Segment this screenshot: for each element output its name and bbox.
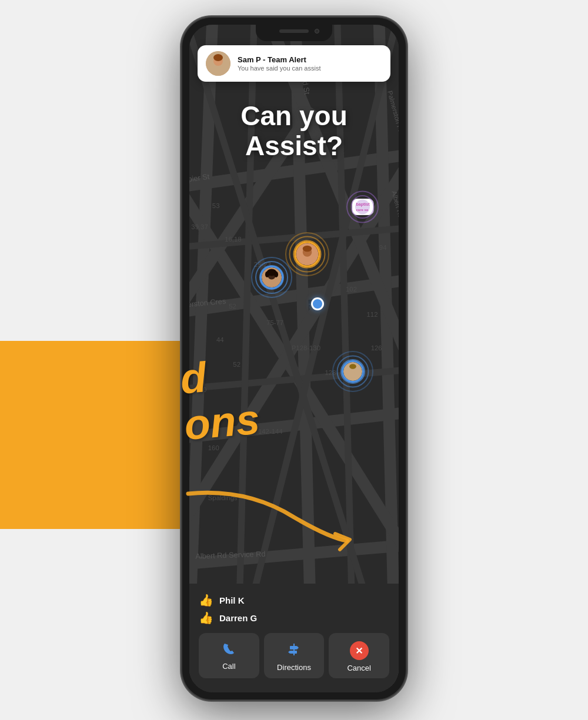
svg-text:44: 44: [216, 336, 224, 343]
notification-subtitle: You have said you can assist: [238, 65, 382, 72]
notification-text: Sam P - Team Alert You have said you can…: [238, 55, 382, 72]
responder-item: 👍 Phil K: [199, 593, 389, 607]
svg-point-62: [213, 54, 223, 61]
thumbs-up-icon-1: 👍: [199, 593, 213, 607]
assist-title: Can you Assist?: [189, 101, 399, 160]
cancel-button[interactable]: ✕ Cancel: [329, 633, 389, 678]
assist-heading: Can you Assist?: [189, 101, 399, 160]
svg-text:53: 53: [212, 202, 220, 209]
cancel-label: Cancel: [347, 664, 370, 672]
responders-list: 👍 Phil K 👍 Darren G: [199, 593, 389, 625]
svg-marker-67: [288, 651, 290, 654]
directions-label: Directions: [277, 663, 311, 672]
svg-text:52: 52: [229, 303, 236, 310]
responder-name-2: Darren G: [219, 613, 257, 623]
svg-point-59: [349, 364, 356, 369]
call-label: Call: [222, 662, 235, 671]
notch-camera: [315, 29, 319, 34]
thumbs-up-icon-2: 👍: [199, 611, 213, 625]
notification-avatar: [206, 51, 230, 76]
responder-name-1: Phil K: [219, 595, 245, 605]
action-buttons: Call Directions: [199, 633, 389, 678]
svg-point-52: [265, 272, 269, 277]
svg-text:112: 112: [367, 311, 378, 318]
current-location-dot: [311, 297, 324, 310]
svg-rect-64: [290, 646, 297, 649]
svg-rect-66: [290, 651, 297, 654]
svg-point-56: [302, 245, 312, 251]
avatar-marker-woman2: [335, 354, 370, 389]
avatar-marker-woman: [254, 260, 289, 295]
svg-point-53: [274, 272, 278, 277]
svg-marker-65: [297, 646, 299, 649]
responder-item-2: 👍 Darren G: [199, 611, 389, 625]
org-marker: baptist care sa: [352, 199, 374, 215]
directions-icon: [286, 641, 302, 659]
svg-text:39,37: 39,37: [191, 223, 208, 230]
svg-text:126: 126: [371, 344, 382, 351]
svg-text:142-144: 142-144: [258, 428, 283, 435]
notification-title: Sam P - Team Alert: [238, 55, 382, 64]
phone-notch: [256, 25, 332, 41]
directions-button[interactable]: Directions: [264, 633, 325, 678]
annotation-text: d ons: [178, 350, 261, 449]
svg-text:75-77: 75-77: [266, 319, 283, 326]
svg-text:16,18: 16,18: [225, 236, 241, 243]
annotation-background: [0, 341, 200, 529]
svg-text:102: 102: [346, 286, 357, 293]
call-button[interactable]: Call: [199, 633, 259, 678]
avatar-marker-man: [288, 235, 326, 273]
notification-banner[interactable]: Sam P - Team Alert You have said you can…: [198, 45, 390, 82]
svg-text:P128-130: P128-130: [292, 344, 320, 351]
call-icon: [221, 641, 236, 658]
bottom-panel: 👍 Phil K 👍 Darren G Call: [189, 584, 399, 692]
notch-speaker: [279, 29, 309, 33]
cancel-icon: ✕: [350, 641, 369, 660]
annotation-arrow: [176, 482, 365, 552]
svg-text:94: 94: [379, 244, 387, 251]
